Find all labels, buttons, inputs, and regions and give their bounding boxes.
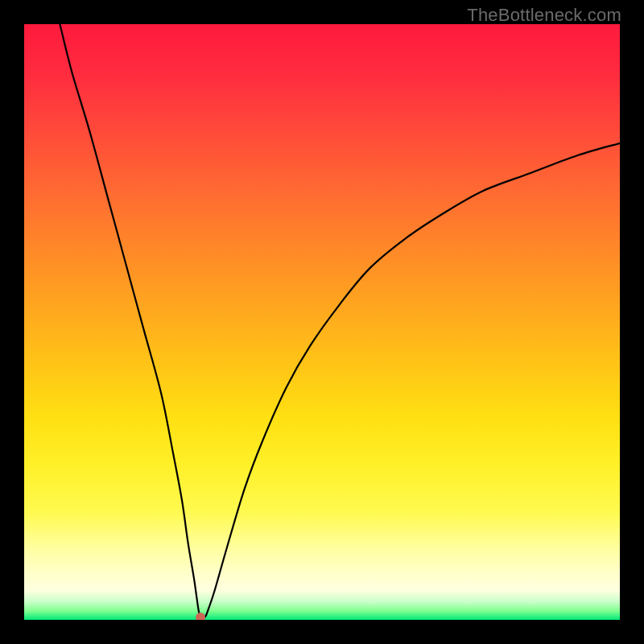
watermark-text: TheBottleneck.com	[467, 5, 621, 26]
chart-container: TheBottleneck.com	[0, 0, 644, 644]
minimum-marker	[196, 613, 205, 620]
curve-svg	[24, 24, 620, 620]
bottleneck-curve	[60, 24, 620, 618]
